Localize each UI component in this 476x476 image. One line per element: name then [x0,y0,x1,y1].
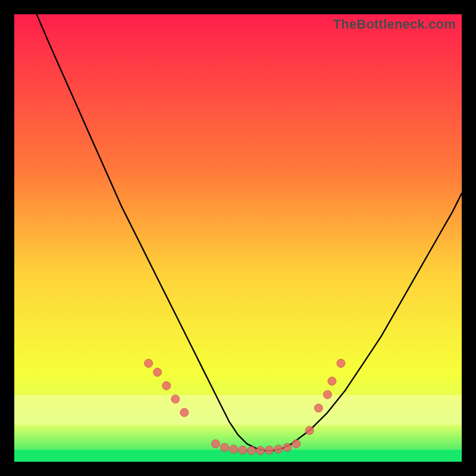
curve-marker [305,426,314,434]
highlight-band [14,395,462,425]
curve-marker [256,446,265,455]
curve-marker [274,445,283,453]
curve-marker [220,443,228,452]
curve-marker [248,446,256,455]
bottleneck-chart [14,14,462,462]
curve-marker [328,377,336,386]
curve-marker [239,446,247,454]
curve-marker [211,440,220,448]
gradient-background [14,14,462,462]
curve-marker [323,390,331,399]
curve-marker [145,359,153,368]
curve-marker [292,440,300,448]
curve-marker [314,404,322,412]
watermark-text: TheBottleneck.com [333,17,456,32]
green-base-strip [14,450,462,462]
curve-marker [154,368,162,377]
curve-marker [265,446,274,454]
curve-marker [337,359,345,368]
chart-frame: TheBottleneck.com [14,14,462,462]
curve-marker [162,381,171,390]
curve-marker [283,443,292,452]
curve-marker [230,445,238,453]
curve-marker [171,395,180,403]
curve-marker [180,408,189,416]
